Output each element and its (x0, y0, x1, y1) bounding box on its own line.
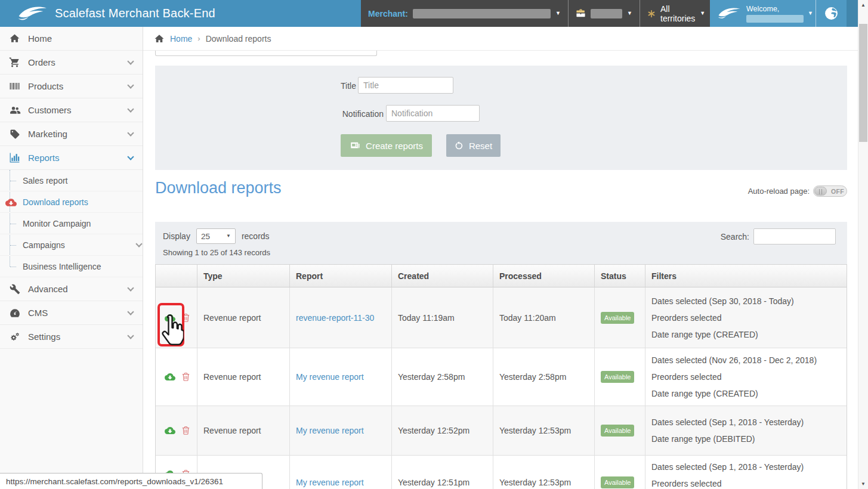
breadcrumb-home-link[interactable]: Home (170, 34, 192, 44)
report-filter-panel: Title Notification Create reports Reset (155, 66, 847, 170)
vertical-scrollbar[interactable]: ▲ ▼ (858, 0, 868, 489)
download-report-icon[interactable] (165, 312, 175, 323)
shopping-cart-icon (8, 56, 21, 69)
sidebar-item-business-intelligence[interactable]: Business Intelligence (0, 256, 143, 277)
column-header-report: Report (289, 265, 391, 287)
sidebar-item-campaigns[interactable]: Campaigns (0, 234, 143, 256)
status-badge: Available (601, 476, 634, 488)
notification-input[interactable] (386, 105, 480, 122)
create-reports-button[interactable]: Create reports (341, 134, 432, 157)
scroll-down-arrow-icon[interactable]: ▼ (858, 479, 868, 489)
delete-report-icon[interactable] (181, 425, 191, 436)
territories-selector[interactable]: All territories ▼ (640, 0, 710, 27)
created-cell: Today 11:19am (391, 287, 493, 348)
top-header-bar: Scalefast Merchant Back-End Merchant: ▼ … (0, 0, 868, 27)
wing-logo-small-icon (716, 6, 742, 21)
column-header-filters: Filters (645, 265, 847, 287)
sidebar-item-advanced[interactable]: Advanced (0, 277, 143, 301)
language-menu[interactable] (816, 0, 847, 27)
reset-arrow-icon (455, 141, 464, 150)
sidebar-item-customers[interactable]: Customers (0, 98, 143, 122)
sidebar-item-products[interactable]: Products (0, 75, 143, 98)
speedometer-icon (8, 307, 21, 319)
download-report-icon[interactable] (165, 425, 175, 436)
scalefast-backend-screen: Scalefast Merchant Back-End Merchant: ▼ … (0, 0, 868, 489)
download-reports-table: Type Report Created Processed Status Fil… (155, 264, 847, 489)
status-badge: Available (601, 312, 634, 324)
filter-line: Dates selected (Nov 26, 2018 - Dec 2, 20… (651, 355, 817, 366)
cutoff-input-remnant (155, 51, 377, 56)
search-input[interactable] (753, 228, 836, 244)
display-label: Display (163, 231, 190, 241)
territories-label: All territories (660, 4, 695, 23)
sidebar-item-home[interactable]: Home (0, 27, 143, 51)
chevron-down-icon (127, 58, 134, 64)
delete-report-icon[interactable] (181, 372, 191, 382)
filter-line: Preorders selected (651, 372, 722, 382)
row-actions-cell (156, 406, 197, 455)
report-document-icon (350, 140, 360, 151)
sidebar-item-orders[interactable]: Orders (0, 51, 143, 75)
create-reports-label: Create reports (366, 141, 423, 151)
barcode-icon (8, 80, 21, 92)
sidebar-item-sales-report[interactable]: Sales report (0, 170, 143, 191)
auto-reload-toggle[interactable]: OFF (813, 185, 847, 197)
chevron-down-icon (127, 82, 134, 88)
chevron-down-icon (127, 129, 134, 136)
column-header-actions (156, 265, 197, 287)
sidebar-item-download-reports[interactable]: Download reports (0, 191, 143, 213)
column-header-type: Type (197, 265, 289, 287)
sidebar-item-reports[interactable]: Reports (0, 146, 143, 170)
sidebar-item-label: Products (28, 81, 63, 91)
chevron-down-icon (127, 308, 134, 315)
brand[interactable]: Scalefast Merchant Back-End (16, 0, 215, 27)
tag-icon (8, 128, 21, 140)
user-menu[interactable]: Welcome, ▼ (710, 0, 816, 27)
sidebar-item-monitor-campaign[interactable]: Monitor Campaign (0, 213, 143, 234)
report-link[interactable]: My revenue report (296, 478, 364, 487)
chevron-down-icon (127, 284, 134, 291)
table-row: Revenue report revenue-report-11-30 Toda… (156, 287, 847, 348)
notification-label: Notification (298, 109, 384, 119)
report-link[interactable]: revenue-report-11-30 (296, 313, 374, 323)
sidebar-item-label: Marketing (28, 129, 67, 139)
sidebar-item-label: Download reports (23, 197, 88, 207)
column-header-created: Created (391, 265, 493, 287)
chevron-down-icon (127, 106, 134, 112)
breadcrumb-separator: › (197, 34, 200, 43)
table-search: Search: (721, 228, 836, 244)
download-report-icon[interactable] (165, 372, 175, 382)
sidebar-item-label: Orders (28, 57, 55, 67)
sidebar-item-settings[interactable]: Settings (0, 325, 143, 349)
sidebar-item-marketing[interactable]: Marketing (0, 122, 143, 146)
report-link[interactable]: My revenue report (296, 426, 364, 435)
scroll-up-arrow-icon[interactable]: ▲ (858, 0, 868, 10)
filter-line: Dates selected (Sep 1, 2018 - Yesterday) (651, 462, 804, 472)
filter-line: Preorders selected (651, 478, 722, 489)
created-cell: Yesterday 12:51pm (391, 456, 493, 489)
table-row: Revenue report My revenue report Yesterd… (156, 348, 847, 406)
store-selector[interactable]: ▼ (568, 0, 640, 27)
caret-down-icon: ▼ (627, 11, 632, 16)
delete-report-icon[interactable] (181, 312, 191, 323)
filter-line: Date range type (DEBITED) (651, 434, 755, 444)
breadcrumb-current: Download reports (206, 34, 271, 44)
filter-line: Dates selected (Sep 1, 2018 - Yesterday) (651, 417, 804, 428)
gears-icon (8, 330, 21, 343)
reset-button[interactable]: Reset (446, 134, 501, 157)
page-size-select[interactable]: 25 ▼ (196, 228, 236, 244)
type-cell: Revenue report (197, 348, 289, 406)
report-link[interactable]: My revenue report (296, 372, 364, 382)
filters-cell: Dates selected (Sep 30, 2018 - Today) Pr… (645, 287, 847, 348)
title-label: Title (298, 81, 356, 91)
title-input[interactable] (358, 77, 453, 94)
merchant-name-redacted (413, 9, 551, 18)
processed-cell: Yesterday 12:53pm (493, 456, 594, 489)
filter-line: Preorders selected (651, 312, 722, 323)
scrollbar-thumb[interactable] (859, 24, 867, 142)
merchant-selector[interactable]: Merchant: ▼ (361, 0, 568, 27)
sidebar-item-cms[interactable]: CMS (0, 301, 143, 325)
status-badge: Available (601, 425, 634, 437)
row-actions-cell (156, 348, 197, 406)
caret-down-icon: ▼ (226, 234, 231, 239)
